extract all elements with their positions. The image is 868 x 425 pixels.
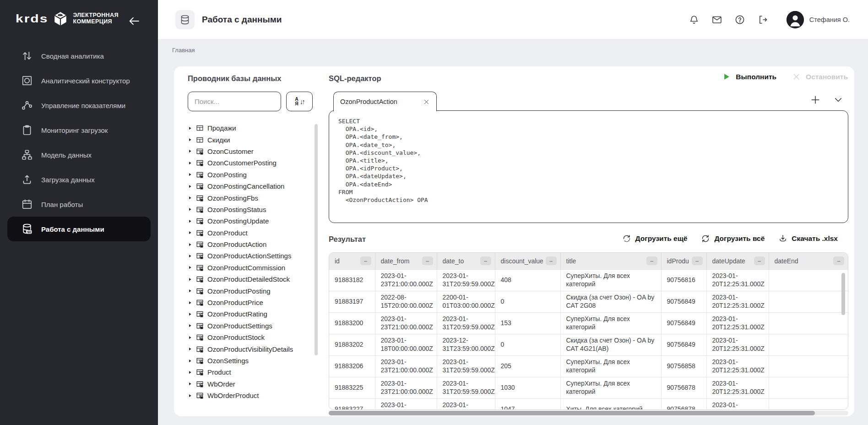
tree-item[interactable]: OzonProductPosting: [188, 285, 321, 296]
table-vertical-scrollbar[interactable]: [841, 273, 845, 315]
table-row[interactable]: 918831972022-08-15T20:00:00.000Z2200-01-…: [329, 291, 848, 312]
editor-tab[interactable]: OzonProductAction: [333, 92, 437, 111]
expand-arrow-icon[interactable]: [188, 242, 192, 247]
expand-arrow-icon[interactable]: [188, 137, 192, 142]
expand-arrow-icon[interactable]: [188, 172, 192, 177]
search-input[interactable]: [188, 92, 281, 111]
table-row[interactable]: 918832272023-01-23T21:00:00.000Z2023-01-…: [329, 398, 848, 410]
table-row[interactable]: 918832002023-01-23T21:00:00.000Z2023-01-…: [329, 312, 848, 334]
tree-item[interactable]: OzonProductDetailedStock: [188, 273, 321, 285]
column-menu-button[interactable]: –: [546, 256, 557, 265]
chevron-down-icon[interactable]: [833, 95, 843, 105]
tree-item[interactable]: OzonProduct: [188, 227, 321, 239]
tree-item[interactable]: OzonProductVisibilityDetails: [188, 343, 321, 354]
sort-button[interactable]: АЯАЯ ↓↑: [286, 92, 313, 111]
sidebar-item-upload[interactable]: Загрузка данных: [0, 167, 158, 192]
expand-arrow-icon[interactable]: [188, 254, 192, 258]
expand-arrow-icon[interactable]: [188, 289, 192, 293]
load-all-button[interactable]: Догрузить всё: [701, 234, 765, 243]
tree-item[interactable]: OzonPostingCancellation: [188, 180, 321, 192]
column-menu-button[interactable]: –: [754, 256, 765, 265]
table-row[interactable]: 918832062023-01-23T21:00:00.000Z2023-01-…: [329, 355, 848, 377]
expand-arrow-icon[interactable]: [188, 335, 192, 340]
expand-arrow-icon[interactable]: [188, 161, 192, 165]
tree-item[interactable]: OzonProductSettings: [188, 320, 321, 332]
column-menu-button[interactable]: –: [480, 256, 491, 265]
tree-item[interactable]: OzonCustomer: [188, 146, 321, 157]
expand-arrow-icon[interactable]: [188, 323, 192, 328]
download-xlsx-button[interactable]: Скачать .xlsx: [778, 234, 838, 243]
sidebar-item-database-sql[interactable]: SQLРабота с данными: [7, 217, 151, 241]
tree-item[interactable]: OzonPosting: [188, 169, 321, 180]
table-horizontal-scrollbar-thumb[interactable]: [329, 411, 815, 415]
stop-button[interactable]: Остановить: [792, 72, 848, 81]
expand-arrow-icon[interactable]: [188, 359, 192, 363]
column-menu-button[interactable]: –: [422, 256, 433, 265]
sidebar-item-calendar[interactable]: План работы: [0, 192, 158, 217]
tree-item[interactable]: OzonProductPrice: [188, 297, 321, 308]
sidebar-item-data-model[interactable]: Модель данных: [0, 142, 158, 167]
expand-arrow-icon[interactable]: [188, 126, 192, 131]
tree-item[interactable]: OzonPostingUpdate: [188, 215, 321, 227]
breadcrumb[interactable]: Главная: [172, 39, 195, 61]
tree-item[interactable]: WbOrder: [188, 378, 321, 390]
table-row[interactable]: 918832022023-01-18T00:00:00.000Z2023-12-…: [329, 334, 848, 355]
tree-item[interactable]: OzonProductAction: [188, 239, 321, 250]
logout-icon[interactable]: [757, 14, 768, 25]
expand-arrow-icon[interactable]: [188, 184, 192, 189]
indicators-icon: [21, 99, 33, 111]
expand-arrow-icon[interactable]: [188, 219, 192, 223]
tree-item[interactable]: Продажи: [188, 122, 321, 134]
avatar[interactable]: [787, 11, 804, 28]
tree-item[interactable]: OzonPostingStatus: [188, 204, 321, 215]
expand-arrow-icon[interactable]: [188, 230, 192, 235]
tree-item[interactable]: OzonPostingFbs: [188, 192, 321, 203]
cell-id: 91883206: [329, 355, 375, 377]
expand-arrow-icon[interactable]: [188, 207, 192, 212]
cell-dateUpdate: 2023-01-20T12:25:31.000Z: [706, 377, 769, 398]
tree-item[interactable]: OzonSettings: [188, 355, 321, 366]
load-more-button[interactable]: Догрузить ещё: [622, 234, 688, 243]
sidebar-item-swap-vertical[interactable]: Сводная аналитика: [0, 44, 158, 68]
expand-arrow-icon[interactable]: [188, 300, 192, 305]
add-tab-icon[interactable]: [810, 95, 820, 105]
tree-item[interactable]: OzonProductActionSettings: [188, 250, 321, 262]
user-menu[interactable]: Стефания О.: [787, 11, 850, 28]
sidebar-item-indicators[interactable]: Управление показателями: [0, 93, 158, 118]
expand-arrow-icon[interactable]: [188, 381, 192, 386]
tree-item[interactable]: OzonProductCommission: [188, 262, 321, 273]
mail-icon[interactable]: [711, 14, 722, 25]
column-menu-button[interactable]: –: [646, 256, 657, 265]
expand-arrow-icon[interactable]: [188, 370, 192, 375]
column-menu-button[interactable]: –: [692, 256, 703, 265]
sidebar-item-monitoring[interactable]: Мониторинг загрузок: [0, 118, 158, 142]
bell-icon[interactable]: [689, 14, 700, 25]
tree-item[interactable]: Скидки: [188, 134, 321, 145]
sql-code-editor[interactable]: SELECT OPA.<id>, OPA.<date_from>, OPA.<d…: [329, 110, 848, 223]
monitoring-icon: [21, 124, 33, 136]
tree-item[interactable]: Product: [188, 366, 321, 378]
expand-arrow-icon[interactable]: [188, 347, 192, 351]
expand-arrow-icon[interactable]: [188, 312, 192, 316]
tab-close-icon[interactable]: [423, 98, 430, 105]
expand-arrow-icon[interactable]: [188, 265, 192, 270]
expand-arrow-icon[interactable]: [188, 196, 192, 200]
sidebar-item-constructor[interactable]: Аналитический конструктор: [0, 68, 158, 93]
expand-arrow-icon[interactable]: [188, 277, 192, 282]
table-row[interactable]: 918832252023-01-23T21:00:00.000Z2023-01-…: [329, 377, 848, 398]
expand-arrow-icon[interactable]: [188, 149, 192, 153]
column-menu-button[interactable]: –: [360, 256, 371, 265]
expand-arrow-icon[interactable]: [188, 393, 192, 398]
run-button[interactable]: Выполнить: [722, 72, 776, 81]
tree-item[interactable]: OzonCustomerPosting: [188, 157, 321, 169]
column-menu-button[interactable]: –: [833, 256, 844, 265]
tree-item[interactable]: OzonProductStock: [188, 332, 321, 343]
tree-scrollbar[interactable]: [315, 124, 318, 355]
tree-item-label: OzonPostingCancellation: [207, 182, 284, 190]
tree-item[interactable]: OzonProductRating: [188, 308, 321, 320]
collapse-sidebar-button[interactable]: [128, 15, 141, 27]
table-row[interactable]: 918831822023-01-23T21:00:00.000Z2023-01-…: [329, 269, 848, 291]
table-horizontal-scrollbar-track[interactable]: [329, 411, 848, 415]
help-icon[interactable]: [734, 14, 745, 25]
tree-item[interactable]: WbOrderProduct: [188, 390, 321, 401]
